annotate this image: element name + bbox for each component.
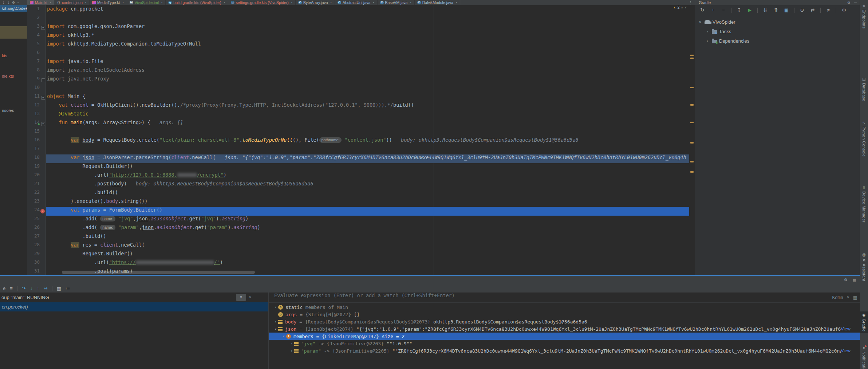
editor-tab[interactable]: Main.kt×	[27, 0, 54, 5]
horizontal-scrollbar[interactable]	[62, 271, 255, 274]
stripe-button-device-manager[interactable]: ▯Device Manager	[860, 184, 868, 224]
watch-layout-icon[interactable]: ▦	[853, 295, 857, 300]
tree-chevron-icon[interactable]: ∨	[281, 334, 286, 338]
editor-tab[interactable]: CAbstractUni.java×	[335, 0, 378, 5]
tree-chevron-icon[interactable]: ∨	[273, 327, 278, 331]
code-line[interactable]: import okhttp3.*	[46, 32, 689, 41]
settings-gear-icon[interactable]: ⚙	[847, 1, 851, 5]
gutter-line-number[interactable]: 22	[27, 189, 46, 198]
variable-row[interactable]: ∨json = {JsonObject@2074} "{"jvq":"1.0.9…	[269, 325, 860, 333]
code-line[interactable]: package cn.pprocket	[46, 6, 689, 15]
variable-row[interactable]: ∨fmembers = {LinkedTreeMap@2197} size = …	[269, 333, 860, 340]
filter-funnel-icon[interactable]: ▼	[236, 294, 246, 301]
tree-chevron-icon[interactable]: ›	[705, 39, 710, 43]
stripe-button-database[interactable]: ▤Database	[860, 76, 868, 103]
code-line[interactable]: import okhttp3.MediaType.Companion.toMed…	[46, 41, 689, 50]
warning-stripe-mark[interactable]	[690, 104, 694, 106]
code-line[interactable]: var res = client.newCall(	[46, 242, 689, 251]
project-panel-item[interactable]	[0, 26, 28, 39]
code-line[interactable]: Request.Builder()	[46, 163, 689, 172]
code-line[interactable]: import java.io.File	[46, 58, 689, 67]
collapse-all-icon[interactable]: ⇈	[773, 7, 779, 13]
prev-warning-icon[interactable]: ∧	[681, 6, 683, 9]
code-line[interactable]: .add( name: "jvq",json.asJsonObject.get(…	[46, 216, 689, 224]
language-dropdown-chevron-icon[interactable]: ˅	[847, 295, 849, 300]
gutter-line-number[interactable]: 25	[27, 216, 46, 224]
gutter-line-number[interactable]: 3	[27, 23, 46, 32]
remove-gradle-project-icon[interactable]: −	[721, 7, 726, 13]
editor-tab[interactable]: CDalvikModule.java×	[415, 0, 460, 5]
settings-icon[interactable]: ⚙	[12, 1, 15, 4]
variable-row[interactable]: ›"jvq" -> {JsonPrimitive@2203} ""1.0.9""	[269, 340, 860, 347]
gutter-line-number[interactable]: 31	[27, 268, 46, 275]
editor-tab[interactable]: CBaseVM.java×	[378, 0, 415, 5]
run-to-cursor-icon[interactable]: ↦	[44, 286, 48, 291]
layout-settings-icon[interactable]: ▦	[853, 278, 856, 282]
gutter-line-number[interactable]: 28	[27, 242, 46, 251]
close-tab-icon[interactable]: ×	[330, 1, 332, 4]
code-line[interactable]: import java.net.InetSocketAddress	[46, 67, 689, 76]
tree-chevron-icon[interactable]: ›	[705, 30, 710, 34]
variable-row[interactable]: ›body = {RequestBody$Companion$asRequest…	[269, 318, 860, 325]
gutter-line-number[interactable]: 30	[27, 259, 46, 268]
warning-stripe-mark[interactable]	[690, 87, 694, 88]
gutter-line-number[interactable]: 6	[27, 50, 46, 58]
step-over-icon[interactable]: ↷	[22, 286, 26, 291]
editor-tab[interactable]: MVivoSpider.iml×	[127, 0, 166, 5]
close-tab-icon[interactable]: ×	[291, 1, 293, 4]
next-warning-icon[interactable]: ∨	[684, 6, 687, 9]
hide-icon[interactable]: −	[17, 1, 19, 4]
hide-panel-icon[interactable]: ─	[854, 1, 857, 5]
gutter-line-number[interactable]: 19	[27, 163, 46, 172]
close-tab-icon[interactable]: ×	[161, 1, 163, 4]
debug-frames-panel[interactable]: oup "main": RUNNING ▼ ˅ cn.pprocket)	[0, 293, 268, 369]
download-sources-icon[interactable]: ↧	[736, 7, 742, 13]
stripe-button-endpoints[interactable]: ◈Endpoints	[860, 2, 868, 30]
code-line[interactable]	[46, 50, 689, 58]
evaluate-expression-icon[interactable]: ▦	[57, 286, 61, 291]
close-tab-icon[interactable]: ×	[455, 1, 457, 4]
code-line[interactable]: .post(body) body: okhttp3.RequestBody$Co…	[46, 181, 689, 189]
gutter-line-number[interactable]: 1	[27, 6, 46, 15]
code-line[interactable]: val client = OkHttpClient().newBuilder()…	[46, 102, 689, 111]
gutter-line-number[interactable]: 7	[27, 58, 46, 67]
code-line[interactable]: ).execute().body.string())	[46, 198, 689, 207]
gutter-line-number[interactable]: 23	[27, 198, 46, 207]
evaluate-expression-input[interactable]: Evaluate expression (Enter) or add a wat…	[269, 293, 860, 303]
settings-gear-icon[interactable]: ⚙	[844, 278, 848, 282]
gutter-line-number[interactable]: 24	[27, 207, 46, 216]
tree-chevron-icon[interactable]: ›	[273, 305, 278, 309]
code-line[interactable]: var json = JsonParser.parseString(client…	[46, 154, 689, 163]
warning-stripe-mark[interactable]	[690, 142, 694, 144]
gutter-line-number[interactable]: 29	[27, 251, 46, 259]
tree-chevron-icon[interactable]: ›	[289, 349, 294, 353]
code-line[interactable]: import com.google.gson.JsonParser	[46, 23, 689, 32]
project-panel-sliver[interactable]: ⇩⇧⚙− \zhang\CodeProjektsdle.ktsnsoles	[0, 0, 28, 275]
gutter-line-number[interactable]: 26	[27, 224, 46, 233]
run-gradle-task-icon[interactable]: ▶	[747, 7, 753, 13]
code-line[interactable]: @JvmStatic	[46, 111, 689, 119]
tree-chevron-icon[interactable]: ∨	[698, 20, 702, 24]
thread-dropdown-chevron-icon[interactable]: ˅	[249, 294, 251, 301]
view-link[interactable]: View	[841, 326, 860, 331]
stripe-button-ai-assistant[interactable]: @AI Assistant	[860, 251, 868, 283]
variable-row[interactable]: ›sstatic members of Main	[269, 303, 860, 311]
debug-header-icons[interactable]: ⚙▦	[844, 278, 856, 282]
editor-tab[interactable]: {}content.json×	[54, 0, 90, 5]
gutter-line-number[interactable]: 13	[27, 111, 46, 119]
view-link[interactable]: View	[841, 348, 860, 353]
gradle-settings-wrench-icon[interactable]: ⚙	[841, 7, 847, 13]
gradle-tree-item[interactable]: ∨VivoSpider	[695, 17, 860, 27]
step-out-icon[interactable]: ↑	[37, 286, 39, 291]
project-panel-item[interactable]: kts	[0, 52, 28, 59]
group-modules-icon[interactable]: ▣	[784, 7, 789, 13]
tree-chevron-icon[interactable]: ›	[273, 320, 278, 323]
warning-stripe-mark[interactable]	[690, 171, 694, 173]
code-line[interactable]: import java.net.Proxy	[46, 76, 689, 85]
gutter-line-number[interactable]: 14	[27, 119, 46, 128]
gutter-line-number[interactable]: 20	[27, 172, 46, 181]
expand-all-icon[interactable]: ⇊	[762, 7, 768, 13]
code-line[interactable]: .url("http://127.0.0.1:8888,/encrypt")	[46, 172, 689, 181]
stack-frame-selected[interactable]: cn.pprocket)	[0, 302, 268, 311]
cropped-label[interactable]: e	[3, 286, 5, 291]
